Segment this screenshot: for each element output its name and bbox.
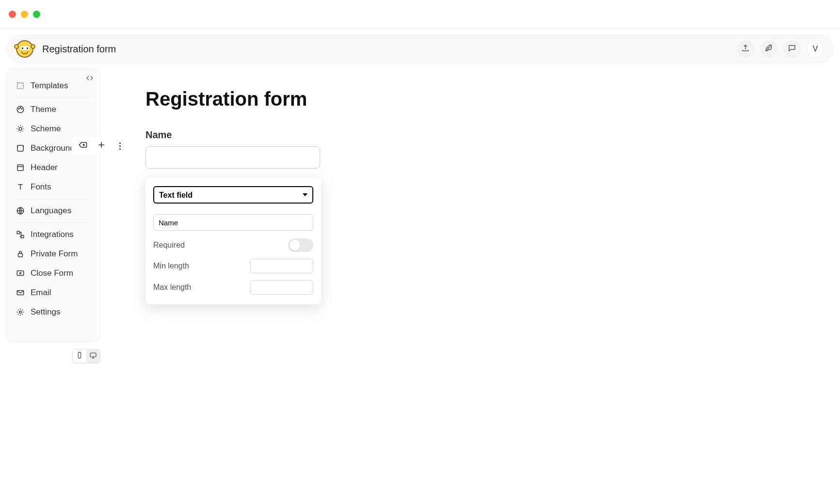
rocket-icon — [764, 44, 773, 54]
more-vertical-icon — [119, 142, 121, 150]
field-type-select[interactable]: Text field — [153, 186, 313, 204]
launch-button[interactable] — [760, 40, 777, 58]
svg-rect-16 — [90, 353, 96, 357]
mobile-icon — [76, 351, 83, 361]
max-length-input[interactable] — [250, 280, 313, 295]
svg-point-14 — [19, 311, 22, 314]
svg-rect-7 — [17, 165, 23, 171]
sidebar-item-label: Private Form — [31, 249, 78, 259]
avatar[interactable]: V — [807, 40, 824, 58]
backspace-icon — [78, 140, 88, 152]
sidebar-item-label: Settings — [31, 307, 60, 317]
sidebar-item-integrations[interactable]: Integrations — [7, 225, 99, 244]
sidebar-item-header[interactable]: Header — [7, 158, 99, 177]
svg-rect-11 — [18, 253, 23, 257]
delete-button[interactable] — [78, 141, 88, 151]
svg-rect-9 — [17, 231, 19, 234]
desktop-view-button[interactable] — [86, 349, 100, 363]
sidebar-item-label: Theme — [31, 105, 56, 114]
plus-icon — [97, 140, 106, 152]
page-title: Registration form — [42, 44, 116, 55]
svg-point-3 — [20, 108, 21, 109]
integrations-icon — [16, 230, 25, 239]
svg-rect-10 — [21, 236, 24, 238]
gear-icon — [16, 308, 25, 316]
field-label-name: Name — [145, 129, 833, 141]
palette-icon — [16, 105, 25, 114]
templates-icon — [16, 81, 25, 90]
min-length-input[interactable] — [250, 259, 313, 273]
sidebar-item-fonts[interactable]: Fonts — [7, 177, 99, 197]
max-length-label: Max length — [153, 283, 191, 292]
svg-rect-0 — [17, 83, 23, 89]
more-button[interactable] — [115, 141, 125, 151]
svg-rect-15 — [78, 352, 81, 358]
add-button[interactable] — [97, 141, 106, 151]
share-button[interactable] — [737, 40, 754, 58]
sidebar: Templates Theme Scheme Background Header… — [7, 69, 100, 342]
comment-button[interactable] — [783, 40, 801, 58]
sidebar-item-settings[interactable]: Settings — [7, 302, 99, 322]
window-close-button[interactable] — [9, 11, 16, 18]
sidebar-item-label: Fonts — [31, 182, 51, 192]
lock-icon — [16, 250, 25, 258]
upload-icon — [741, 44, 750, 54]
sidebar-item-close-form[interactable]: Close Form — [7, 264, 99, 283]
sidebar-item-email[interactable]: Email — [7, 283, 99, 302]
window-minimize-button[interactable] — [21, 11, 28, 18]
svg-point-4 — [21, 109, 22, 110]
svg-rect-6 — [17, 145, 23, 151]
traffic-lights — [9, 11, 40, 18]
topbar: Registration form V — [7, 35, 833, 63]
mail-icon — [16, 288, 25, 297]
viewport-toggle — [72, 349, 100, 363]
svg-point-5 — [19, 127, 22, 130]
required-label: Required — [153, 241, 185, 250]
mobile-view-button[interactable] — [73, 349, 86, 363]
field-label-input[interactable] — [153, 214, 313, 231]
sidebar-item-label: Email — [31, 288, 51, 298]
window-maximize-button[interactable] — [33, 11, 40, 18]
field-config-panel: Text field Required Min length Max lengt… — [145, 177, 321, 304]
sidebar-item-scheme[interactable]: Scheme — [7, 119, 99, 139]
sidebar-item-label: Header — [31, 163, 58, 173]
scheme-row-actions — [71, 137, 131, 155]
code-icon — [86, 75, 94, 83]
min-length-label: Min length — [153, 262, 189, 270]
sidebar-item-private-form[interactable]: Private Form — [7, 244, 99, 264]
required-toggle[interactable] — [288, 238, 313, 252]
comment-icon — [788, 44, 796, 54]
divider — [16, 199, 91, 199]
text-icon — [16, 183, 25, 191]
divider — [16, 97, 91, 98]
sun-icon — [16, 125, 25, 133]
app-logo — [16, 40, 33, 58]
sidebar-item-theme[interactable]: Theme — [7, 100, 99, 119]
divider — [16, 222, 91, 223]
topbar-actions: V — [737, 40, 824, 58]
header-icon — [16, 163, 25, 172]
form-title: Registration form — [145, 88, 833, 110]
desktop-icon — [89, 351, 97, 361]
name-input[interactable] — [145, 146, 320, 169]
sidebar-item-label: Templates — [31, 81, 68, 91]
window-titlebar — [0, 0, 840, 29]
background-icon — [16, 144, 25, 153]
sidebar-item-label: Languages — [31, 206, 71, 216]
sidebar-item-languages[interactable]: Languages — [7, 201, 99, 220]
close-form-icon — [16, 269, 25, 278]
sidebar-item-label: Scheme — [31, 124, 61, 134]
canvas: Registration form Name Text field Requir… — [112, 69, 833, 304]
code-toggle-button[interactable] — [86, 74, 94, 84]
globe-icon — [16, 206, 25, 215]
sidebar-item-label: Background — [31, 143, 75, 153]
sidebar-item-label: Integrations — [31, 230, 74, 239]
svg-point-2 — [18, 109, 19, 110]
sidebar-item-label: Close Form — [31, 268, 73, 278]
